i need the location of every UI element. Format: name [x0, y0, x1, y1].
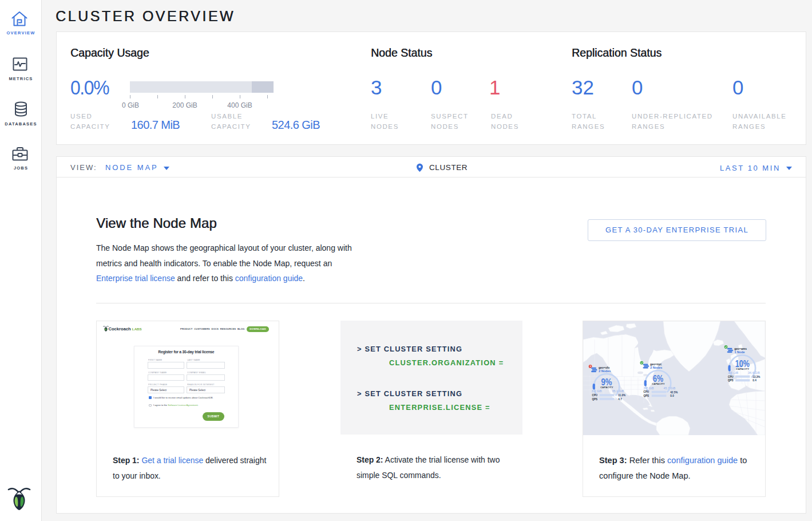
svg-text:0.4: 0.4: [752, 379, 756, 382]
svg-text:CPU: CPU: [728, 376, 734, 378]
svg-text:13.3%: 13.3%: [752, 376, 760, 378]
svg-text:35.1 GiB: 35.1 GiB: [612, 389, 624, 393]
svg-text:CAPACITY: CAPACITY: [652, 382, 665, 385]
svg-text:3.2 GiB: 3.2 GiB: [592, 389, 602, 393]
svg-text:42.5%: 42.5%: [670, 391, 678, 394]
svg-text:0.0: 0.0: [670, 394, 674, 397]
svg-text:45.7 GiB: 45.7 GiB: [664, 386, 676, 390]
svg-text:1 Node: 1 Node: [735, 350, 745, 354]
svg-text:4.7: 4.7: [618, 398, 622, 401]
svg-text:2 Nodes: 2 Nodes: [599, 369, 611, 373]
svg-text:CAPACITY: CAPACITY: [600, 386, 613, 389]
svg-text:QPS: QPS: [643, 394, 649, 397]
svg-text:3.7 GiB: 3.7 GiB: [644, 386, 654, 390]
svg-text:CPU: CPU: [643, 390, 649, 393]
svg-text:CPU: CPU: [592, 394, 597, 397]
svg-text:3.6 GiB: 3.6 GiB: [728, 371, 738, 374]
svg-text:QPS: QPS: [728, 379, 734, 382]
svg-text:34.4 GiB: 34.4 GiB: [748, 371, 760, 374]
svg-text:11.0%: 11.0%: [618, 394, 625, 397]
svg-text:CAPACITY: CAPACITY: [736, 368, 749, 370]
svg-text:QPS: QPS: [592, 398, 597, 401]
svg-text:2 Nodes: 2 Nodes: [650, 366, 662, 369]
